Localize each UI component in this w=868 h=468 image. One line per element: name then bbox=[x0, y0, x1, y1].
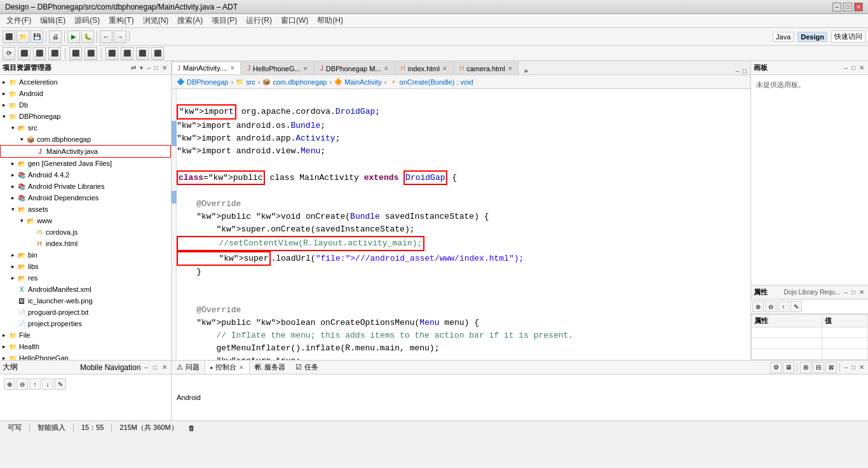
tree-item[interactable]: 📄project.properties bbox=[0, 318, 171, 329]
panel-sync-btn[interactable]: ⇄ bbox=[130, 64, 137, 71]
tree-toggle[interactable]: ▾ bbox=[9, 125, 17, 131]
menu-item-a[interactable]: 搜索(A) bbox=[173, 14, 207, 27]
tree-item[interactable]: ▾📂assets bbox=[0, 203, 171, 215]
menu-item-r[interactable]: 运行(R) bbox=[242, 14, 276, 27]
code-editor[interactable]: "kw">import org.apache.cordova.DroidGap;… bbox=[172, 89, 750, 360]
tb2-btn-5[interactable]: ⬛ bbox=[69, 47, 82, 60]
toolbar-right-quickaccess[interactable]: 快速访问 bbox=[831, 31, 865, 43]
bottom-tab-server[interactable]: 帐 服务器 bbox=[250, 361, 290, 374]
tb2-btn-7[interactable]: ⬛ bbox=[105, 47, 118, 60]
outline-max[interactable]: □ bbox=[152, 364, 158, 371]
tree-item[interactable]: Hindex.html bbox=[0, 238, 171, 249]
tree-item[interactable]: ▸📂libs bbox=[0, 261, 171, 272]
outline-btn-4[interactable]: ↓ bbox=[42, 378, 53, 390]
console-btn-1[interactable]: ⚙ bbox=[770, 362, 782, 373]
tree-item[interactable]: ▸📁Db bbox=[0, 99, 171, 111]
console-close[interactable]: ✕ bbox=[239, 364, 244, 371]
outline-btn-1[interactable]: ⊕ bbox=[4, 378, 15, 390]
menu-item-s[interactable]: 源码(S) bbox=[71, 14, 104, 27]
panel-menu-btn[interactable]: ▾ bbox=[139, 64, 144, 71]
tree-item[interactable]: ▸📂gen [Generated Java Files] bbox=[0, 158, 171, 169]
tree-item[interactable]: ▸📂bin bbox=[0, 249, 171, 261]
tab-dbphonegap-m[interactable]: J DBPhonegap M... ✕ bbox=[315, 62, 395, 74]
menu-item-n[interactable]: 浏览(N) bbox=[139, 14, 173, 27]
menu-item-t[interactable]: 重构(T) bbox=[105, 14, 137, 27]
tree-toggle[interactable]: ▾ bbox=[9, 206, 17, 212]
tree-toggle[interactable]: ▸ bbox=[0, 355, 8, 360]
console-btn-4[interactable]: ⊟ bbox=[813, 362, 824, 373]
tree-toggle[interactable]: ▸ bbox=[0, 79, 8, 85]
panel-min-btn[interactable]: – bbox=[146, 64, 152, 71]
menu-item-w[interactable]: 窗口(W) bbox=[277, 14, 312, 27]
tb2-btn-4[interactable]: ⬛ bbox=[48, 47, 61, 60]
tree-item[interactable]: ▸📚Android Dependencies bbox=[0, 192, 171, 203]
attr-btn-1[interactable]: ⊕ bbox=[752, 301, 764, 312]
attr-panel-min[interactable]: – bbox=[843, 289, 849, 296]
editor-max-btn[interactable]: □ bbox=[742, 67, 748, 74]
tab-close-mainactivity[interactable]: ✕ bbox=[230, 65, 235, 71]
tb2-btn-3[interactable]: ⬛ bbox=[33, 47, 46, 60]
attr-btn-3[interactable]: ↑ bbox=[778, 301, 789, 312]
tree-item[interactable]: ▸📁File bbox=[0, 329, 171, 341]
tree-toggle[interactable]: ▸ bbox=[9, 160, 17, 167]
tree-toggle[interactable]: ▸ bbox=[0, 102, 8, 108]
breadcrumb-src[interactable]: src bbox=[246, 78, 255, 86]
outline-min[interactable]: – bbox=[143, 364, 149, 371]
tree-toggle[interactable]: ▸ bbox=[0, 90, 8, 97]
menu-item-e[interactable]: 编辑(E) bbox=[36, 14, 69, 27]
tree-toggle[interactable]: ▾ bbox=[18, 136, 25, 142]
menu-item-f[interactable]: 文件(F) bbox=[3, 14, 35, 27]
console-panel-min[interactable]: – bbox=[843, 364, 849, 371]
status-mem-icon[interactable]: 🗑 bbox=[186, 424, 198, 432]
tree-item[interactable]: JScordova.js bbox=[0, 226, 171, 238]
tree-item[interactable]: 📄proguard-project.txt bbox=[0, 306, 171, 318]
tree-toggle[interactable]: ▸ bbox=[9, 252, 17, 258]
tab-hellophone[interactable]: J HelloPhoneG... ✕ bbox=[241, 62, 314, 74]
tree-toggle[interactable]: ▾ bbox=[0, 113, 8, 120]
toolbar-btn-debug[interactable]: 🐛 bbox=[81, 31, 94, 43]
tree-toggle[interactable]: ▾ bbox=[18, 217, 25, 224]
tree-item[interactable]: ▸📁HelloPhoneGap bbox=[0, 352, 171, 360]
tab-camera-html[interactable]: H camera.html ✕ bbox=[454, 62, 519, 74]
tb2-btn-8[interactable]: ⬛ bbox=[121, 47, 133, 60]
right-panel-min-btn[interactable]: – bbox=[843, 64, 849, 71]
console-btn-3[interactable]: ⊞ bbox=[800, 362, 811, 373]
tree-item[interactable]: ▾📂src bbox=[0, 122, 171, 134]
tab-close-index[interactable]: ✕ bbox=[442, 65, 447, 72]
editor-min-btn[interactable]: – bbox=[734, 67, 740, 74]
tree-item[interactable]: ▸📚Android Private Libraries bbox=[0, 181, 171, 192]
toolbar-right-design[interactable]: Design bbox=[797, 32, 827, 42]
menu-item-h[interactable]: 帮助(H) bbox=[313, 14, 347, 27]
tab-overflow-btn[interactable]: » bbox=[522, 67, 531, 74]
tb2-btn-1[interactable]: ⟳ bbox=[3, 47, 15, 60]
tree-toggle[interactable]: ▸ bbox=[0, 332, 8, 338]
tree-toggle[interactable]: ▸ bbox=[9, 275, 17, 281]
bottom-tab-console[interactable]: ▪ 控制台 ✕ bbox=[205, 361, 250, 374]
project-tree[interactable]: ▸📁Acceleretion▸📁Android▸📁Db▾📁DBPhonegap▾… bbox=[0, 75, 171, 360]
attr-panel-max[interactable]: □ bbox=[850, 289, 857, 296]
tree-item[interactable]: ▸📁Acceleretion bbox=[0, 76, 171, 88]
outline-btn-2[interactable]: ⊖ bbox=[17, 378, 28, 390]
toolbar-btn-fwd[interactable]: → bbox=[114, 31, 126, 43]
console-btn-5[interactable]: ⊠ bbox=[825, 362, 837, 373]
tab-index-html[interactable]: H index.html ✕ bbox=[395, 62, 453, 74]
tree-item[interactable]: ▾📂www bbox=[0, 215, 171, 226]
tree-toggle[interactable]: ▸ bbox=[9, 172, 17, 178]
tree-toggle[interactable]: ▸ bbox=[9, 263, 17, 270]
breadcrumb-method[interactable]: onCreate(Bundle) : void bbox=[400, 78, 473, 86]
bottom-tab-issues[interactable]: ⚠ 问题 bbox=[172, 361, 205, 374]
tree-item[interactable]: ▸📂res bbox=[0, 272, 171, 284]
tb2-btn-6[interactable]: ⬛ bbox=[85, 47, 97, 60]
right-panel-max-btn[interactable]: □ bbox=[850, 64, 857, 71]
maximize-button[interactable]: □ bbox=[843, 3, 852, 11]
panel-max-btn[interactable]: □ bbox=[153, 64, 159, 71]
attr-dojo-link[interactable]: Dojo Library Requ... bbox=[782, 289, 841, 296]
console-panel-close[interactable]: ✕ bbox=[858, 364, 865, 371]
tree-item[interactable]: JMainActivity.java bbox=[0, 145, 171, 158]
console-panel-max[interactable]: □ bbox=[850, 364, 857, 371]
tree-toggle[interactable]: ▸ bbox=[0, 343, 8, 350]
close-button[interactable]: ✕ bbox=[854, 3, 863, 11]
minimize-button[interactable]: – bbox=[832, 3, 841, 11]
tb2-btn-10[interactable]: ⬛ bbox=[151, 47, 164, 60]
outline-btn-5[interactable]: ✎ bbox=[55, 378, 66, 390]
